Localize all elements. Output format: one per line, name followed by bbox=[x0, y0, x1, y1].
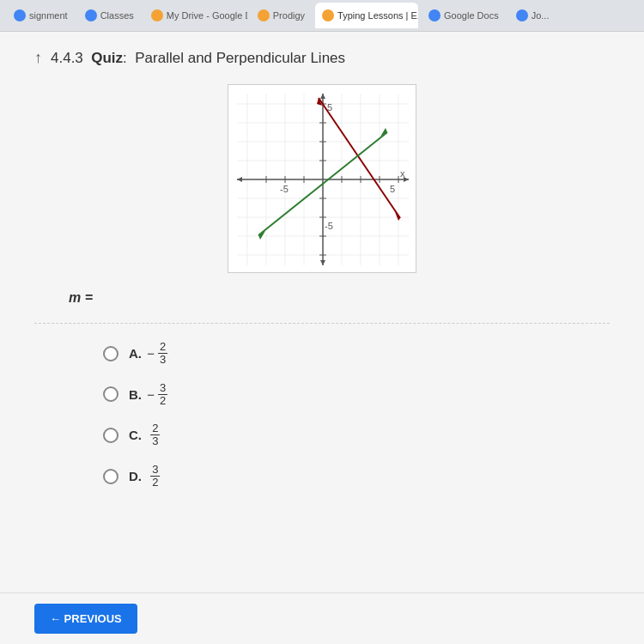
answer-text-c: C. 2 3 bbox=[129, 422, 160, 448]
svg-text:-5: -5 bbox=[325, 221, 333, 231]
tab-icon-gdrive bbox=[151, 9, 163, 21]
tab-gdrive[interactable]: My Drive - Google D... bbox=[144, 3, 247, 28]
tab-icon-assignment bbox=[14, 9, 26, 21]
main-content: ↑ 4.4.3 Quiz: Parallel and Perpendicular… bbox=[0, 32, 644, 592]
bottom-bar: ← PREVIOUS bbox=[0, 592, 644, 644]
tab-label-docs: Google Docs bbox=[444, 10, 499, 21]
answer-label-c: C. bbox=[129, 428, 142, 442]
tab-label-typing: Typing Lessons | E... bbox=[337, 10, 418, 21]
tab-label-prodigy: Prodigy bbox=[273, 10, 305, 21]
m-equals-label: m = bbox=[69, 290, 610, 306]
tab-bar: signment Classes My Drive - Google D... … bbox=[0, 0, 644, 32]
fraction-d-den: 2 bbox=[150, 477, 160, 489]
fraction-c-num: 2 bbox=[150, 422, 160, 435]
quiz-section-number: 4.4.3 bbox=[51, 50, 83, 66]
answer-choices: A. − 2 3 B. − 3 2 bbox=[103, 341, 610, 489]
fraction-d: 3 2 bbox=[150, 464, 160, 489]
radio-a[interactable] bbox=[103, 346, 118, 361]
fraction-a: 2 3 bbox=[158, 341, 167, 367]
tab-prodigy[interactable]: Prodigy bbox=[251, 3, 312, 28]
tab-icon-docs bbox=[428, 9, 440, 21]
answer-text-d: D. 3 2 bbox=[129, 464, 160, 489]
tab-icon-classes bbox=[85, 9, 97, 21]
fraction-a-den: 3 bbox=[158, 354, 167, 366]
tab-google-docs[interactable]: Google Docs bbox=[422, 3, 506, 28]
answer-option-c[interactable]: C. 2 3 bbox=[103, 422, 610, 448]
svg-line-44 bbox=[319, 98, 400, 218]
tab-icon-typing bbox=[322, 9, 334, 21]
tab-label-classes: Classes bbox=[100, 10, 134, 21]
quiz-type-label: Quiz bbox=[91, 50, 123, 66]
fraction-c: 2 3 bbox=[150, 422, 160, 448]
svg-marker-41 bbox=[237, 177, 242, 182]
tab-assignment[interactable]: signment bbox=[7, 3, 75, 28]
up-arrow-icon: ↑ bbox=[34, 49, 42, 67]
tab-label-jo: Jo... bbox=[532, 10, 550, 21]
svg-marker-43 bbox=[320, 260, 325, 265]
answer-label-a: A. bbox=[129, 346, 142, 361]
svg-marker-40 bbox=[404, 177, 409, 182]
answer-option-a[interactable]: A. − 2 3 bbox=[103, 341, 610, 367]
coordinate-graph: -5 5 5 -5 x bbox=[228, 84, 416, 273]
tab-label-assignment: signment bbox=[29, 10, 68, 21]
svg-marker-42 bbox=[320, 94, 325, 99]
graph-svg: -5 5 5 -5 x bbox=[228, 85, 416, 273]
fraction-a-num: 2 bbox=[158, 341, 167, 354]
tab-typing-lessons[interactable]: Typing Lessons | E... bbox=[315, 3, 418, 28]
fraction-b: 3 2 bbox=[158, 382, 167, 408]
tab-icon-prodigy bbox=[258, 9, 270, 21]
answer-text-a: A. − 2 3 bbox=[129, 341, 167, 367]
quiz-title-text: Parallel and Perpendicular Lines bbox=[135, 50, 345, 66]
radio-c[interactable] bbox=[103, 428, 118, 443]
svg-text:x: x bbox=[400, 168, 405, 179]
tab-classes[interactable]: Classes bbox=[78, 3, 141, 28]
quiz-section: 4.4.3 Quiz: Parallel and Perpendicular L… bbox=[51, 50, 345, 67]
radio-d[interactable] bbox=[103, 469, 118, 484]
answer-label-b: B. bbox=[129, 387, 142, 402]
answer-option-b[interactable]: B. − 3 2 bbox=[103, 382, 610, 408]
answer-option-d[interactable]: D. 3 2 bbox=[103, 464, 610, 489]
radio-b[interactable] bbox=[103, 386, 118, 402]
answer-text-b: B. − 3 2 bbox=[129, 382, 167, 408]
tab-label-gdrive: My Drive - Google D... bbox=[167, 10, 247, 21]
quiz-header: ↑ 4.4.3 Quiz: Parallel and Perpendicular… bbox=[34, 49, 610, 67]
fraction-b-num: 3 bbox=[158, 382, 167, 395]
svg-text:5: 5 bbox=[390, 184, 395, 194]
previous-button[interactable]: ← PREVIOUS bbox=[34, 604, 137, 634]
graph-wrapper: -5 5 5 -5 x bbox=[34, 84, 610, 273]
section-divider bbox=[34, 323, 610, 324]
answer-label-d: D. bbox=[129, 469, 142, 483]
svg-text:-5: -5 bbox=[280, 184, 289, 194]
fraction-c-den: 3 bbox=[150, 435, 160, 447]
tab-jo[interactable]: Jo... bbox=[509, 3, 556, 28]
fraction-b-den: 2 bbox=[158, 395, 167, 407]
tab-icon-jo bbox=[516, 9, 528, 21]
fraction-d-num: 3 bbox=[150, 464, 160, 477]
